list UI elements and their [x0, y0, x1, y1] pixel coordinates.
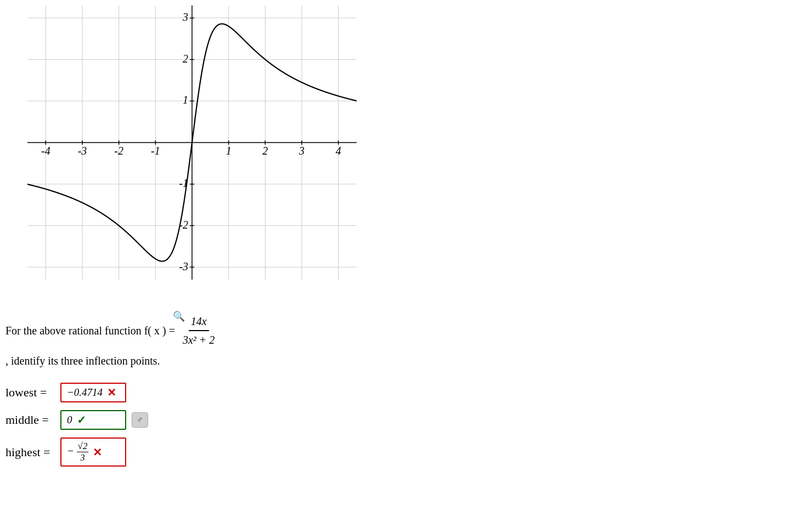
highest-answer-box: − √2 3 ✕ — [60, 438, 126, 467]
highest-fraction-den: 3 — [79, 452, 86, 463]
middle-retry-button[interactable]: ♂ — [132, 412, 148, 428]
answer-row-middle: middle = 0 ✓ ♂ — [5, 410, 362, 430]
highest-xmark: ✕ — [93, 446, 102, 459]
middle-answer-box: 0 ✓ — [60, 410, 126, 430]
highest-fraction: √2 3 — [77, 441, 89, 463]
retry-icon: ♂ — [137, 415, 143, 425]
math-graph — [27, 5, 357, 280]
function-fraction: 14x 3x² + 2 — [181, 313, 217, 349]
fraction-numerator: 14x — [189, 313, 209, 331]
answer-row-lowest: lowest = −0.4714 ✕ — [5, 383, 362, 402]
graph-container — [27, 5, 368, 302]
question-prefix: For the above rational function f( x ) = — [5, 322, 175, 339]
question-suffix: , identify its three inflection points. — [5, 352, 160, 370]
lowest-label: lowest = — [5, 385, 55, 400]
highest-label: highest = — [5, 445, 55, 459]
answers-container: lowest = −0.4714 ✕ middle = 0 ✓ ♂ highes… — [5, 383, 362, 467]
main-container: 🔍 For the above rational function f( x )… — [5, 5, 362, 467]
middle-value: 0 — [67, 414, 72, 426]
search-icon: 🔍 — [173, 310, 185, 322]
highest-value: − √2 3 — [67, 441, 88, 463]
highest-fraction-num: √2 — [77, 441, 89, 452]
fraction-denominator: 3x² + 2 — [181, 331, 217, 349]
lowest-value: −0.4714 — [67, 387, 103, 399]
middle-label: middle = — [5, 413, 55, 427]
answer-row-highest: highest = − √2 3 ✕ — [5, 438, 362, 467]
lowest-xmark: ✕ — [107, 386, 116, 399]
lowest-answer-box: −0.4714 ✕ — [60, 383, 126, 402]
middle-checkmark: ✓ — [77, 413, 86, 427]
